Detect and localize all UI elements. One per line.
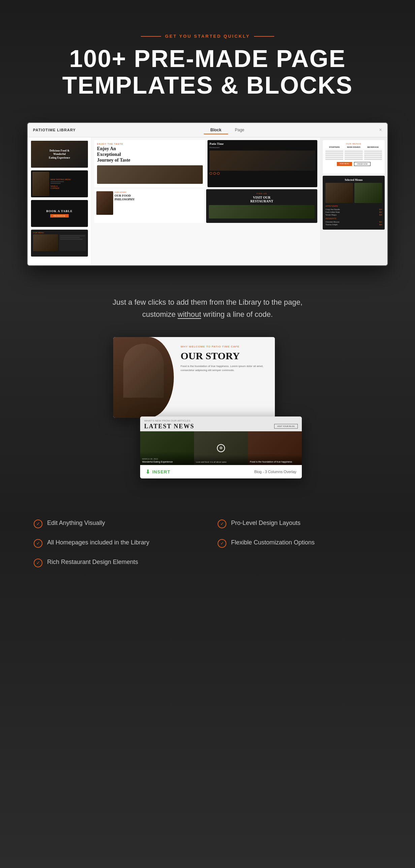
menu-item-row: Fresh Grilled Steak $22 (325, 211, 382, 213)
tab-page[interactable]: Page (228, 126, 251, 134)
news-photo-3: Food is the foundation of true happiness (248, 431, 302, 465)
feature-text-5: Rich Restaurant Design Elements (47, 558, 138, 566)
page-wrapper: GET YOU STARTED QUICKLY 100+ PRE-MADE PA… (0, 0, 415, 868)
block-food-header[interactable]: Delicious Food &WonderfulEating Experien… (31, 141, 88, 168)
menu-item-row: Tiramisu Delight $10 (325, 223, 382, 225)
story-content: WHY WELCOME TO PATIO TIME CAFE OUR STORY… (174, 337, 275, 418)
features-grid: ✓ Edit Anything Visually ✓ Pro-Level Des… (34, 519, 381, 567)
menu-item-row: Chocolate Mousse $12 (325, 221, 382, 223)
tab-block[interactable]: Block (204, 126, 228, 134)
library-brand: PATIOTIME LIBRARY (33, 128, 76, 132)
table-row (325, 157, 382, 158)
section-header: GET YOU STARTED QUICKLY 100+ PRE-MADE PA… (0, 20, 415, 116)
visit-blog-button[interactable]: VISIT YOUR BLOG (274, 424, 298, 429)
insert-label: ⬇ INSERT (146, 469, 171, 475)
preview-stack: WHY WELCOME TO PATIO TIME CAFE OUR STORY… (113, 337, 302, 478)
feature-text-2: Pro-Level Design Layouts (231, 519, 300, 527)
insert-bar: ⬇ INSERT Blog - 3 Columns Overlay (140, 465, 302, 478)
col-beverage: BEVERAGE (364, 146, 382, 148)
block-enjoy[interactable]: ENJOY THE TASTE Enjoy AnExceptionalJourn… (94, 140, 206, 187)
block-selected-menus[interactable]: Selected Menus APPETIZERS Crispy Hen Nac… (323, 176, 385, 229)
left-line (141, 36, 161, 37)
feature-item-4: ✓ Flexible Customization Options (217, 538, 381, 548)
check-icon-5: ✓ (34, 559, 42, 567)
table-row (325, 153, 382, 154)
feature-text-4: Flexible Customization Options (231, 538, 315, 547)
news-photos-row: MARCH 18, 2022 Wonderful Eating Experien… (140, 431, 302, 465)
download-icon: ⬇ (146, 469, 150, 475)
story-title: OUR STORY (181, 350, 268, 362)
block-visit[interactable]: FIND US VISIT OURRESTAURANT (206, 189, 317, 223)
check-icon-2: ✓ (217, 520, 226, 528)
feature-item-3: ✓ All Homepages included in the Library (34, 538, 198, 548)
middle-bottom-row: OUR STORY OUR FOODPHILOSOPHY FIND US VIS… (94, 189, 317, 223)
block-patio[interactable]: Patio Time Restaurant (208, 140, 317, 187)
check-icon-1: ✓ (34, 520, 42, 528)
latest-news-header-area: WHAT'S NEW FROM OUR ARTICLES LATEST NEWS… (140, 416, 302, 431)
menu-item-row: Tomato Wagyu $18 (325, 214, 382, 216)
col-starters: STARTERS (325, 146, 343, 148)
feature-text-1: Edit Anything Visually (47, 519, 105, 527)
menu-items: APPETIZERS Crispy Hen Nacelle $14 Fresh … (325, 205, 382, 225)
story-label: WHY WELCOME TO PATIO TIME CAFE (181, 345, 268, 348)
browser-content: Delicious Food &WonderfulEating Experien… (28, 137, 387, 265)
news-caption-1: MARCH 18, 2022 Wonderful Eating Experien… (140, 451, 194, 465)
news-caption-3: Food is the foundation of true happiness (248, 454, 302, 465)
block-food-menu[interactable]: OUR MENU (31, 229, 88, 256)
close-icon[interactable]: × (379, 127, 382, 133)
table-row (325, 151, 382, 152)
eyebrow-container: GET YOU STARTED QUICKLY (20, 34, 395, 39)
feature-item-5: ✓ Rich Restaurant Design Elements (34, 558, 198, 567)
description-text: Just a few clicks to add them from the L… (40, 296, 375, 320)
feature-text-3: All Homepages included in the Library (47, 538, 149, 547)
library-mockup: PATIOTIME LIBRARY Block Page × Delicious… (27, 122, 388, 266)
block-type-label: Blog - 3 Columns Overlay (254, 470, 296, 474)
news-photo-1: MARCH 18, 2022 Wonderful Eating Experien… (140, 431, 194, 465)
col-main: MAIN DISHES (345, 146, 362, 148)
blocks-middle-column: ENJOY THE TASTE Enjoy AnExceptionalJourn… (92, 137, 320, 265)
check-icon-4: ✓ (217, 539, 226, 548)
preview-section: WHY WELCOME TO PATIO TIME CAFE OUR STORY… (0, 337, 415, 499)
check-icon-3: ✓ (34, 539, 42, 548)
table-row (325, 159, 382, 160)
news-supertitle: WHAT'S NEW FROM OUR ARTICLES (144, 419, 298, 422)
menu-table: STARTERS MAIN DISHES BEVERAGE (325, 146, 382, 166)
feature-item-1: ✓ Edit Anything Visually (34, 519, 198, 528)
right-line (254, 36, 274, 37)
search-icon: ⊕ (217, 444, 225, 452)
menu-rows (325, 151, 382, 160)
block-tasting-menu[interactable]: NEW TASTING MENU SAVE ACORNER (31, 170, 88, 197)
browser-tabs[interactable]: Block Page (204, 126, 251, 134)
browser-toolbar: PATIOTIME LIBRARY Block Page × (28, 123, 387, 137)
news-photo-2: ⊕ Love and food: it is all about spice (194, 431, 248, 465)
table-row (325, 155, 382, 156)
selected-menus-title: Selected Menus (325, 179, 382, 182)
menu-table-header: STARTERS MAIN DISHES BEVERAGE (325, 146, 382, 150)
block-book-table[interactable]: BOOK A TABLE RESERVE (31, 200, 88, 227)
story-image (113, 337, 174, 418)
block-menu-table[interactable]: OUR MENUS STARTERS MAIN DISHES BEVERAGE (323, 140, 385, 174)
latest-news-title: LATEST NEWS (144, 423, 195, 430)
eyebrow-text: GET YOU STARTED QUICKLY (165, 34, 250, 39)
menu-item-row: Crispy Hen Nacelle $14 (325, 209, 382, 211)
news-caption-2: Love and food: it is all about spice (194, 454, 248, 465)
feature-item-2: ✓ Pro-Level Design Layouts (217, 519, 381, 528)
middle-top-row: ENJOY THE TASTE Enjoy AnExceptionalJourn… (94, 140, 317, 187)
story-body: Food is the foundation of true happiness… (181, 364, 268, 372)
our-story-card: WHY WELCOME TO PATIO TIME CAFE OUR STORY… (113, 337, 275, 418)
latest-news-card: WHAT'S NEW FROM OUR ARTICLES LATEST NEWS… (140, 416, 302, 478)
features-section: ✓ Edit Anything Visually ✓ Pro-Level Des… (0, 499, 415, 581)
main-title: 100+ PRE-MADE PAGE TEMPLATES & BLOCKS (20, 45, 395, 99)
blocks-right-column: OUR MENUS STARTERS MAIN DISHES BEVERAGE (320, 137, 387, 265)
description-section: Just a few clicks to add them from the L… (0, 283, 415, 337)
blocks-left-column: Delicious Food &WonderfulEating Experien… (28, 137, 92, 265)
block-philosophy[interactable]: OUR STORY OUR FOODPHILOSOPHY (94, 189, 204, 223)
